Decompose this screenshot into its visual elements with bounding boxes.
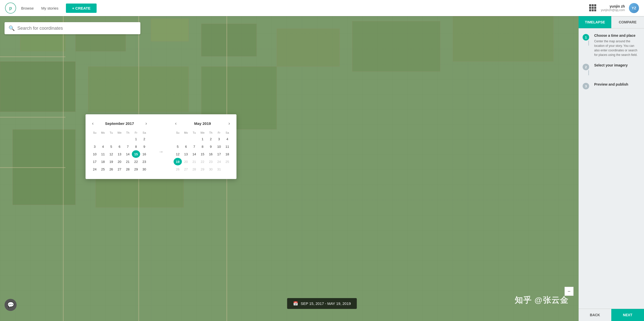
left-cal-day[interactable]: 22 [132,158,140,165]
back-button[interactable]: BACK [579,309,611,321]
left-cal-header: ‹ September 2017 › [91,120,148,127]
left-cal-day [124,135,132,143]
right-cal-day[interactable]: 29 [198,165,207,173]
left-cal-prev[interactable]: ‹ [91,120,95,127]
day-header-fr: Fr [132,130,140,135]
left-cal-day[interactable]: 27 [115,165,124,173]
right-cal-day[interactable]: 19 [174,158,182,165]
right-cal-day[interactable]: 8 [198,143,207,150]
right-cal-day[interactable]: 25 [223,158,231,165]
right-cal-day[interactable]: 10 [215,143,223,150]
step-1: 1 Choose a time and place Center the map… [583,33,640,57]
left-cal-day[interactable]: 14 [124,150,132,158]
left-cal-day[interactable]: 16 [140,150,148,158]
right-cal-day[interactable]: 6 [182,143,190,150]
step-1-description: Center the map around the location of yo… [594,39,640,57]
panel-steps: 1 Choose a time and place Center the map… [579,28,644,309]
left-cal-day[interactable]: 24 [91,165,99,173]
left-cal-day[interactable]: 4 [99,143,107,150]
create-button[interactable]: + CREATE [66,4,96,13]
left-cal-day[interactable]: 23 [140,158,148,165]
apps-grid-icon[interactable] [589,4,597,12]
right-cal-day[interactable]: 20 [182,158,190,165]
right-cal-day[interactable]: 11 [223,143,231,150]
day-header-tu: Tu [107,130,115,135]
left-cal-day[interactable]: 26 [107,165,115,173]
left-cal-day[interactable]: 12 [107,150,115,158]
right-cal-day[interactable]: 2 [207,135,215,143]
chat-bubble[interactable]: 💬 [5,299,17,311]
avatar[interactable]: YZ [629,3,639,13]
right-cal-prev[interactable]: ‹ [174,120,178,127]
right-cal-day[interactable]: 12 [174,150,182,158]
tab-timelapse[interactable]: TIMELAPSE [579,16,611,28]
nav-browse[interactable]: Browse [21,6,34,10]
right-cal-day[interactable]: 31 [215,165,223,173]
right-cal-day[interactable]: 17 [215,150,223,158]
next-button[interactable]: NEXT [611,309,644,321]
map-area[interactable]: 🔍 ‹ September 2017 › Su Mo Tu [0,16,644,321]
right-cal-day[interactable]: 30 [207,165,215,173]
watermark: 知乎 @张云金 [515,295,569,306]
zoom-out-button[interactable]: − [565,287,574,296]
left-cal-day[interactable]: 9 [140,143,148,150]
step-2: 2 Select your imagery [583,63,640,76]
right-cal-day[interactable]: 4 [223,135,231,143]
left-cal-day[interactable]: 25 [99,165,107,173]
step-3-content: Preview and publish [594,82,628,89]
tab-compare[interactable]: COMPARE [611,16,644,28]
day-header-th: Th [124,130,132,135]
right-cal-day[interactable]: 7 [190,143,198,150]
right-cal-day[interactable]: 23 [207,158,215,165]
left-cal-day[interactable]: 3 [91,143,99,150]
left-cal-day[interactable]: 18 [99,158,107,165]
day-header-fr2: Fr [215,130,223,135]
left-cal-day[interactable]: 10 [91,150,99,158]
left-cal-day[interactable]: 1 [132,135,140,143]
day-header-tu2: Tu [190,130,198,135]
left-cal-day[interactable]: 29 [132,165,140,173]
left-cal-day[interactable]: 6 [115,143,124,150]
search-icon: 🔍 [9,25,15,31]
left-cal-next[interactable]: › [144,120,148,127]
left-cal-day[interactable]: 30 [140,165,148,173]
right-cal-day[interactable]: 28 [190,165,198,173]
panel-tabs: TIMELAPSE COMPARE [579,16,644,28]
right-cal-day[interactable]: 3 [215,135,223,143]
right-cal-day[interactable]: 21 [190,158,198,165]
left-cal-day[interactable]: 21 [124,158,132,165]
day-header-mo2: Mo [182,130,190,135]
right-cal-day[interactable]: 15 [198,150,207,158]
right-cal-day[interactable]: 16 [207,150,215,158]
left-cal-day[interactable]: 13 [115,150,124,158]
right-cal-day[interactable]: 14 [190,150,198,158]
step-connector-2 [588,70,589,75]
left-cal-day[interactable]: 28 [124,165,132,173]
right-cal-day[interactable]: 22 [198,158,207,165]
left-cal-day[interactable]: 2 [140,135,148,143]
day-header-mo: Mo [99,130,107,135]
app-logo[interactable]: p [5,3,16,14]
left-cal-day[interactable]: 20 [115,158,124,165]
left-cal-day[interactable]: 19 [107,158,115,165]
nav-my-stories[interactable]: My stories [41,6,58,10]
right-cal-day[interactable]: 18 [223,150,231,158]
right-cal-day[interactable]: 9 [207,143,215,150]
search-input[interactable] [17,26,136,31]
right-cal-day[interactable]: 26 [174,165,182,173]
left-cal-day[interactable]: 17 [91,158,99,165]
left-cal-day[interactable]: 7 [124,143,132,150]
right-cal-day[interactable]: 24 [215,158,223,165]
right-cal-next[interactable]: › [227,120,231,127]
step-3: 3 Preview and publish [583,82,640,89]
right-cal-day[interactable]: 27 [182,165,190,173]
right-cal-day [190,135,198,143]
left-cal-day[interactable]: 15 [132,150,140,158]
step-2-number: 2 [583,64,589,70]
right-cal-day[interactable]: 5 [174,143,182,150]
left-cal-day[interactable]: 8 [132,143,140,150]
left-cal-day[interactable]: 11 [99,150,107,158]
right-cal-day[interactable]: 1 [198,135,207,143]
right-cal-day[interactable]: 13 [182,150,190,158]
left-cal-day[interactable]: 5 [107,143,115,150]
